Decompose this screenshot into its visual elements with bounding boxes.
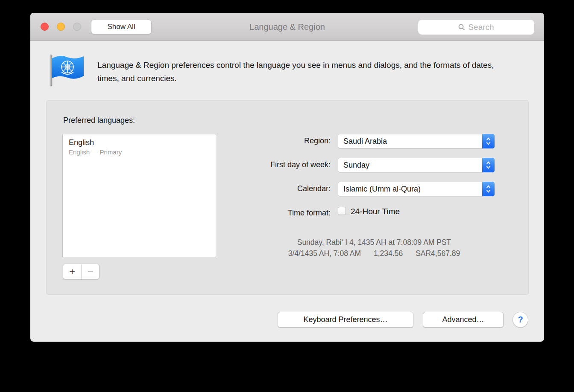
search-icon — [458, 24, 465, 31]
advanced-button[interactable]: Advanced… — [423, 312, 504, 328]
chevron-up-down-icon — [482, 158, 495, 172]
preview-number: 1,234.56 — [374, 249, 403, 258]
first-day-row: First day of week: Sunday — [47, 158, 528, 172]
preview-full-date: Sunday, Rabi‘ I 4, 1435 AH at 7:08:09 AM… — [218, 237, 530, 248]
search-input[interactable]: Search — [418, 19, 535, 35]
add-language-button[interactable]: + — [63, 264, 81, 279]
preview-currency: SAR4,567.89 — [416, 249, 460, 258]
titlebar: Language & Region Show All Search — [30, 13, 544, 41]
chevron-up-down-icon — [482, 182, 495, 196]
chevron-up-down-icon — [482, 134, 495, 148]
first-day-label: First day of week: — [270, 160, 331, 169]
settings-panel: Preferred languages: English English — P… — [46, 100, 529, 295]
format-preview: Sunday, Rabi‘ I 4, 1435 AH at 7:08:09 AM… — [218, 237, 530, 259]
preview-short-formats: 3/4/1435 AH, 7:08 AM1,234.56SAR4,567.89 — [218, 248, 530, 259]
un-flag-icon — [47, 53, 86, 87]
search-placeholder: Search — [468, 23, 494, 32]
region-label: Region: — [304, 136, 331, 145]
region-row: Region: Saudi Arabia — [47, 134, 528, 148]
region-value: Saudi Arabia — [343, 134, 387, 148]
preferred-languages-label: Preferred languages: — [63, 116, 135, 125]
first-day-value: Sunday — [343, 158, 369, 172]
region-select[interactable]: Saudi Arabia — [338, 134, 495, 148]
show-all-button[interactable]: Show All — [91, 20, 152, 34]
add-remove-language-group: + − — [63, 264, 100, 279]
time-format-row: Time format: 24-Hour Time — [47, 206, 528, 221]
24-hour-time-checkbox[interactable] — [338, 207, 346, 215]
keyboard-preferences-button[interactable]: Keyboard Preferences… — [278, 312, 413, 328]
24-hour-time-checkbox-label[interactable]: 24-Hour Time — [351, 207, 400, 216]
first-day-select[interactable]: Sunday — [338, 158, 495, 172]
calendar-select[interactable]: Islamic (Umm al-Qura) — [338, 182, 495, 196]
language-detail: English — Primary — [69, 148, 210, 156]
calendar-value: Islamic (Umm al-Qura) — [343, 182, 421, 196]
calendar-row: Calendar: Islamic (Umm al-Qura) — [47, 182, 528, 196]
preview-short-date: 3/4/1435 AH, 7:08 AM — [288, 249, 361, 258]
calendar-label: Calendar: — [297, 184, 331, 193]
remove-language-button[interactable]: − — [81, 264, 99, 279]
time-format-label: Time format: — [288, 209, 331, 218]
help-button[interactable]: ? — [512, 312, 528, 328]
preferences-window: Language & Region Show All Search — [30, 13, 544, 342]
intro-description: Language & Region preferences control th… — [97, 58, 505, 85]
